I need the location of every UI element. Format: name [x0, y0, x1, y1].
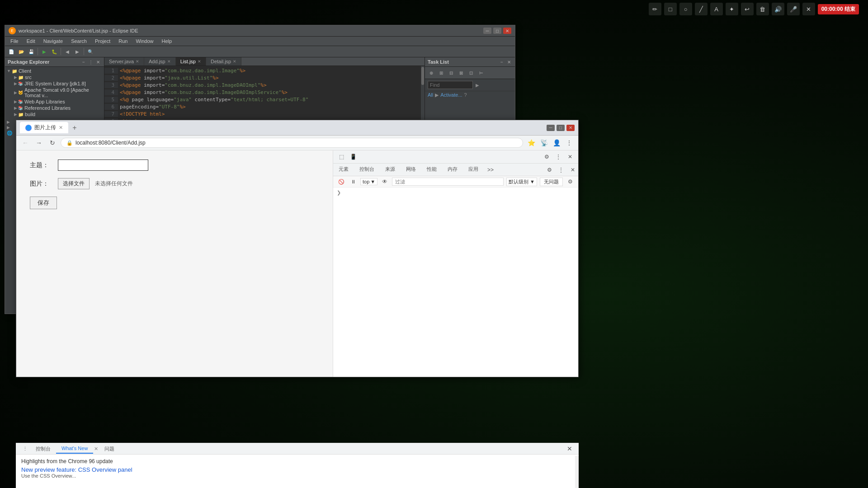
- menu-run[interactable]: Run: [115, 38, 131, 45]
- dt-right-more-icon[interactable]: ⋮: [556, 164, 566, 175]
- dt-tab-more-btn[interactable]: >>: [484, 164, 497, 175]
- tab-add-jsp[interactable]: Add.jsp ✕: [144, 57, 176, 66]
- browser-minimize-btn[interactable]: ─: [547, 125, 555, 131]
- menu-file[interactable]: File: [7, 38, 22, 45]
- console-settings-btn[interactable]: ⚙: [566, 177, 575, 186]
- tb-new-btn[interactable]: 📄: [7, 47, 16, 56]
- browser-cast-icon[interactable]: 📡: [538, 137, 549, 148]
- task-tb-btn3[interactable]: ⊟: [447, 68, 456, 77]
- task-tb-btn6[interactable]: ⊢: [476, 68, 486, 77]
- form-title-input[interactable]: [58, 160, 148, 171]
- menu-help[interactable]: Help: [158, 38, 176, 45]
- tree-item-client[interactable]: ▼ 📁 Client: [5, 68, 104, 74]
- browser-forward-btn[interactable]: →: [33, 137, 44, 148]
- drawer-close-btn[interactable]: ✕: [564, 443, 575, 454]
- drawer-scrollbar[interactable]: [575, 456, 579, 488]
- dt-close-devtools-btn[interactable]: ✕: [565, 151, 576, 162]
- menu-window[interactable]: Window: [132, 38, 157, 45]
- drawer-feature-title[interactable]: New preview feature: CSS Overview panel: [21, 466, 573, 473]
- tb-fwd-btn[interactable]: ▶: [73, 47, 82, 56]
- drawer-tab-issues[interactable]: 问题: [99, 444, 120, 454]
- browser-maximize-btn[interactable]: □: [557, 125, 565, 131]
- rect-icon[interactable]: □: [664, 3, 677, 15]
- tab-detail-close[interactable]: ✕: [233, 59, 236, 64]
- browser-address-bar[interactable]: 🔒 localhost:8080/Client/Add.jsp: [61, 138, 523, 148]
- delete-icon[interactable]: 🗑: [756, 3, 769, 15]
- tab-server-java[interactable]: Server.java ✕: [104, 57, 144, 66]
- console-top-selector[interactable]: top ▼: [360, 178, 377, 185]
- tb-search-btn[interactable]: 🔍: [86, 47, 95, 56]
- console-level-selector[interactable]: 默认级别 ▼: [506, 178, 537, 186]
- dt-settings-icon[interactable]: ⚙: [541, 151, 552, 162]
- circle-icon[interactable]: ○: [679, 3, 692, 15]
- menu-search[interactable]: Search: [67, 38, 90, 45]
- task-all-link[interactable]: All: [428, 92, 433, 98]
- console-pause-btn[interactable]: ⏸: [349, 177, 358, 186]
- dt-tab-performance[interactable]: 性能: [421, 164, 442, 176]
- tree-item-webapp[interactable]: ▶ 📚 Web App Libraries: [5, 99, 104, 105]
- browser-tab-close-btn[interactable]: ✕: [59, 125, 63, 131]
- dt-right-close-icon[interactable]: ✕: [567, 164, 578, 175]
- dt-inspect-icon[interactable]: ⬚: [336, 151, 347, 162]
- drawer-tab-menu-btn[interactable]: ⋮: [19, 443, 30, 454]
- tab-list-close[interactable]: ✕: [198, 59, 201, 64]
- drawer-tab-console[interactable]: 控制台: [30, 444, 56, 454]
- dt-tab-sources[interactable]: 来源: [380, 164, 401, 176]
- dt-right-settings-icon[interactable]: ⚙: [544, 164, 555, 175]
- tb-run-btn[interactable]: ▶: [40, 47, 49, 56]
- browser-reload-btn[interactable]: ↻: [47, 137, 58, 148]
- undo-icon[interactable]: ↩: [741, 3, 754, 15]
- pencil-icon[interactable]: ✏: [649, 3, 661, 15]
- pe-collapse-btn[interactable]: −: [80, 59, 87, 65]
- text-icon[interactable]: A: [710, 3, 723, 15]
- tree-item-jre[interactable]: ▶ 📚 JRE System Library [jdk1.8]: [5, 80, 104, 87]
- tb-back-btn[interactable]: ◀: [63, 47, 72, 56]
- task-help-icon[interactable]: ?: [464, 92, 467, 98]
- dt-tab-application[interactable]: 应用: [463, 164, 484, 176]
- console-clear-btn[interactable]: 🚫: [337, 177, 346, 186]
- task-find-input[interactable]: [428, 81, 473, 89]
- drawer-tab-whats-new[interactable]: What's New: [56, 444, 93, 454]
- browser-account-icon[interactable]: 👤: [551, 137, 562, 148]
- task-tb-btn4[interactable]: ⊠: [457, 68, 466, 77]
- tree-item-tomcat[interactable]: ▶ 🐱 Apache Tomcat v9.0 [Apache Tomcat v.…: [5, 87, 104, 99]
- dt-more-icon[interactable]: ⋮: [553, 151, 564, 162]
- tb-save-btn[interactable]: 💾: [27, 47, 36, 56]
- dt-device-icon[interactable]: 📱: [348, 151, 359, 162]
- form-save-btn[interactable]: 保存: [30, 197, 57, 209]
- task-tb-btn2[interactable]: ⊞: [437, 68, 446, 77]
- dt-tab-console[interactable]: 控制台: [354, 164, 380, 176]
- task-tb-btn1[interactable]: ⊕: [427, 68, 436, 77]
- tree-item-reflibs[interactable]: ▶ 📚 Referenced Libraries: [5, 105, 104, 111]
- volume-icon[interactable]: 🔊: [772, 3, 784, 15]
- browser-menu-icon[interactable]: ⋮: [564, 137, 575, 148]
- tb-open-btn[interactable]: 📂: [17, 47, 26, 56]
- tree-item-src[interactable]: ▶ 📁 src: [5, 74, 104, 80]
- tab-add-close[interactable]: ✕: [167, 59, 171, 64]
- eclipse-minimize-button[interactable]: ─: [483, 28, 491, 34]
- tree-item-build[interactable]: ▶ 📁 build: [5, 111, 104, 117]
- browser-back-btn[interactable]: ←: [20, 137, 31, 148]
- close-icon[interactable]: ✕: [802, 3, 815, 15]
- task-tb-btn5[interactable]: ⊡: [467, 68, 476, 77]
- browser-close-btn[interactable]: ✕: [566, 125, 575, 131]
- pe-close-btn[interactable]: ✕: [95, 59, 101, 65]
- browser-bookmark-icon[interactable]: ⭐: [526, 137, 537, 148]
- line-icon[interactable]: ╱: [695, 3, 708, 15]
- task-collapse-btn[interactable]: −: [499, 59, 505, 65]
- tb-debug-btn[interactable]: 🐛: [50, 47, 59, 56]
- dt-tab-memory[interactable]: 内存: [442, 164, 463, 176]
- tab-detail-jsp[interactable]: Detail.jsp ✕: [206, 57, 241, 66]
- console-filter-input[interactable]: [392, 178, 504, 186]
- browser-tab-active[interactable]: 🌐 图片上传 ✕: [20, 122, 68, 133]
- star-icon[interactable]: ✦: [726, 3, 738, 15]
- drawer-tab-whats-new-close[interactable]: ✕: [93, 445, 99, 453]
- pe-menu-btn[interactable]: ⋮: [88, 59, 94, 65]
- form-choose-file-btn[interactable]: 选择文件: [58, 178, 90, 189]
- console-eye-btn[interactable]: 👁: [380, 177, 389, 186]
- dt-tab-network[interactable]: 网络: [401, 164, 421, 176]
- mic-icon[interactable]: 🎤: [787, 3, 800, 15]
- tab-list-jsp[interactable]: List.jsp ✕: [176, 57, 206, 66]
- menu-navigate[interactable]: Navigate: [40, 38, 66, 45]
- dt-tab-elements[interactable]: 元素: [333, 164, 354, 176]
